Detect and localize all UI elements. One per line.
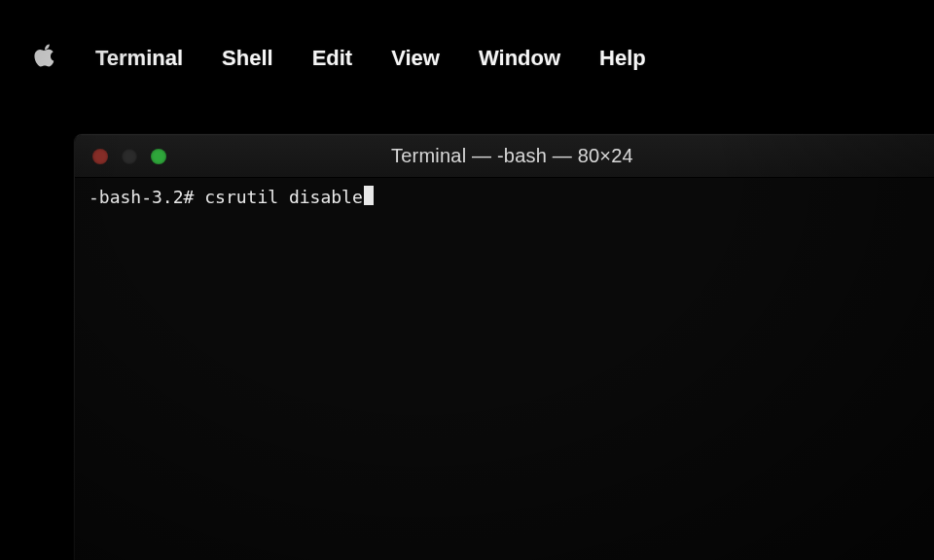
menu-help[interactable]: Help: [599, 46, 646, 71]
terminal-window: Terminal — -bash — 80×24 -bash-3.2# csru…: [74, 134, 934, 560]
prompt-text: -bash-3.2#: [89, 187, 204, 207]
window-title: Terminal — -bash — 80×24: [108, 145, 916, 167]
terminal-body[interactable]: -bash-3.2# csrutil disable: [75, 178, 934, 217]
menu-terminal[interactable]: Terminal: [95, 46, 183, 71]
menu-view[interactable]: View: [391, 46, 440, 71]
close-icon[interactable]: [92, 149, 108, 164]
menu-edit[interactable]: Edit: [312, 46, 353, 71]
menu-window[interactable]: Window: [479, 46, 560, 71]
cursor-icon: [364, 186, 374, 205]
command-text: csrutil disable: [204, 187, 363, 207]
window-titlebar[interactable]: Terminal — -bash — 80×24: [75, 135, 934, 178]
menu-shell[interactable]: Shell: [222, 46, 273, 71]
menubar: Terminal Shell Edit View Window Help: [33, 39, 934, 78]
apple-menu-icon[interactable]: [33, 42, 56, 75]
